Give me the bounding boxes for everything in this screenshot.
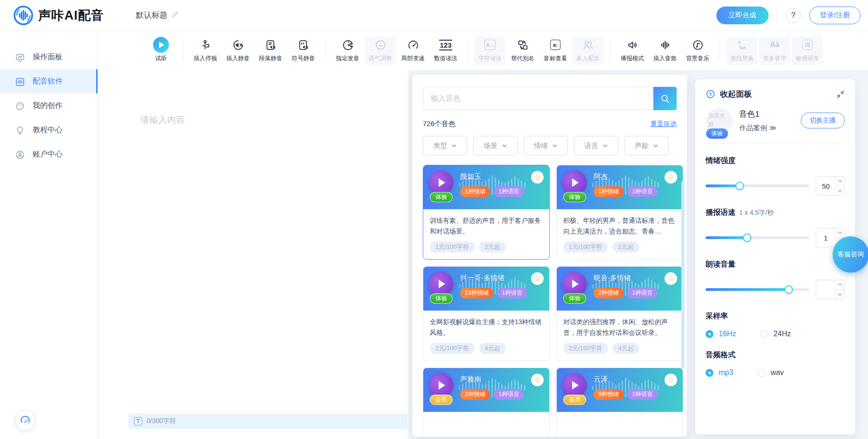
filter-select[interactable]: 语言: [574, 136, 618, 156]
favorite-star-icon[interactable]: ☆: [665, 374, 677, 386]
speech-rate-hint: 1 x 4.5字/秒: [739, 209, 774, 217]
voice-avatar-play[interactable]: [562, 272, 587, 296]
voice-card[interactable]: 体验 晓音-多情绪 2种情绪 1种语言 ☆ 对话类的强烈推荐，休闲、放松的声音，…: [556, 266, 683, 361]
price-tag: 1元/100字符: [430, 241, 475, 253]
radio-label: 16Hz: [719, 330, 736, 338]
logo-text: 声咔AI配音: [38, 7, 104, 24]
header-actions: 立即合成 ? 登录/注册: [716, 7, 861, 24]
sidebar-item-dashboard[interactable]: 操作面板: [0, 45, 98, 69]
customer-support-button[interactable]: 客服咨询: [833, 236, 868, 273]
filter-select[interactable]: 情绪: [524, 136, 568, 156]
volume-slider[interactable]: [706, 288, 809, 291]
sidebar-item-palette[interactable]: 我的创作: [0, 93, 98, 118]
voice-avatar-play[interactable]: [429, 373, 453, 397]
voice-name: 颜如玉: [460, 172, 481, 181]
favorite-star-icon[interactable]: ☆: [665, 171, 677, 184]
chevron-down-icon: [602, 143, 608, 149]
toolbar-phonetic[interactable]: a: 音标查看: [540, 36, 571, 65]
speed-slider-thumb[interactable]: [743, 234, 751, 242]
search-button[interactable]: [653, 87, 677, 110]
toolbar-item-label: 语气调整: [369, 55, 392, 63]
voice-description: [563, 418, 676, 437]
sidebar-item-bulb[interactable]: 教程中心: [0, 118, 98, 142]
toolbar-divider: [325, 40, 326, 61]
toolbar-insert-silence[interactable]: 插入静音: [223, 36, 253, 65]
volume-slider-thumb[interactable]: [784, 285, 793, 294]
voice-avatar-play[interactable]: [429, 272, 453, 296]
stepper-buttons[interactable]: [835, 177, 844, 195]
dashboard-gauge-icon[interactable]: [15, 410, 35, 431]
speed-slider[interactable]: [706, 236, 809, 239]
toolbar-multi-voice: 多人配音: [573, 36, 603, 65]
current-speaker-row: 加载失败 体验 音色1 作品案例 ≫ 切换主播: [706, 108, 845, 135]
voice-avatar-play[interactable]: [429, 170, 453, 195]
sidebar-item-account[interactable]: 账户中心: [0, 142, 98, 166]
toolbar-sound-effect[interactable]: 插入音效: [650, 36, 680, 65]
toolbar-broadcast[interactable]: 播报模式: [617, 36, 648, 65]
emotion-slider-thumb[interactable]: [735, 182, 744, 190]
toolbar-item-label: 音标查看: [544, 55, 567, 63]
toolbar-item-label: 数值读法: [434, 55, 457, 63]
voice-avatar-play[interactable]: [562, 170, 587, 195]
collapse-panel-label[interactable]: 收起面板: [720, 89, 752, 99]
voice-filters: 类型 场景 情绪 语言 声龄: [423, 136, 677, 156]
voice-search-input[interactable]: [423, 87, 653, 110]
emotion-slider[interactable]: [706, 184, 809, 187]
help-icon[interactable]: ?: [786, 8, 801, 23]
price-tag: 4元起: [479, 343, 506, 354]
voice-card[interactable]: 体验 阿杰 1种情绪 1种语言 ☆ 积极、年轻的男声，普通话标准，音色向上充满活…: [556, 165, 683, 260]
emotion-value-input[interactable]: 50: [816, 176, 845, 196]
text-editor[interactable]: 请输入内容 T 0/300字符: [98, 70, 408, 439]
collapse-arrows-icon[interactable]: [836, 90, 845, 99]
login-register-button[interactable]: 登录/注册: [809, 7, 861, 24]
switch-speaker-button[interactable]: 切换主播: [801, 113, 845, 128]
sample-rate-option-16Hz[interactable]: 16Hz: [706, 330, 736, 338]
toolbar-item-label: 字符读法: [478, 55, 502, 63]
voice-card[interactable]: 体验 抖一哥-多情绪 13种情绪 1种语言 ☆ 全网影视解说爆款主播；支持13种…: [423, 266, 550, 361]
audio-format-option-mp3[interactable]: mp3: [706, 368, 733, 377]
audio-format-option-wav[interactable]: wav: [757, 368, 784, 377]
toolbar-symbol-silence[interactable]: 符号静音: [288, 36, 319, 65]
voice-card[interactable]: 会员 云泽 8种情绪 1种语言 ☆: [556, 368, 683, 437]
stepper-buttons[interactable]: [835, 280, 844, 299]
voice-prices: 2元/100字符4元起: [563, 343, 676, 354]
favorite-star-icon[interactable]: ☆: [531, 171, 544, 184]
toolbar-play[interactable]: 试听: [146, 36, 176, 65]
voice-avatar-play[interactable]: [562, 373, 587, 397]
price-tag: 2元/100字符: [563, 343, 608, 354]
toolbar-item-label: 局部变速: [401, 55, 425, 63]
toolbar-speed[interactable]: 局部变速: [398, 36, 428, 65]
favorite-star-icon[interactable]: ☆: [531, 374, 544, 386]
emotion-tag: 1种情绪: [594, 186, 623, 197]
toolbar-bg-music[interactable]: 背景音乐: [682, 36, 713, 65]
filter-select[interactable]: 声龄: [624, 136, 669, 156]
filter-select[interactable]: 类型: [423, 136, 467, 156]
sample-rate-option-24Hz[interactable]: 24Hz: [760, 330, 791, 338]
synthesize-button[interactable]: 立即合成: [716, 7, 769, 24]
filter-select[interactable]: 场景: [473, 136, 518, 156]
favorite-star-icon[interactable]: ☆: [531, 272, 544, 285]
voice-card[interactable]: 体验 颜如玉 1种情绪 1种语言 ☆ 训练有素、舒适的声音，用于客户服务和对话场…: [423, 165, 550, 260]
works-link[interactable]: 作品案例 ≫: [739, 124, 777, 133]
sidebar-item-voice-app[interactable]: 配音软件: [0, 69, 98, 93]
voice-card-grid: 体验 颜如玉 1种情绪 1种语言 ☆ 训练有素、舒适的声音，用于客户服务和对话场…: [423, 165, 677, 437]
toolbar-paragraph-silence[interactable]: 段落静音: [255, 36, 286, 65]
voice-tags: 2种情绪 1种语言: [594, 288, 658, 298]
toolbar-pronounce[interactable]: 指定发音: [332, 36, 363, 65]
chevron-down-icon: [451, 143, 457, 149]
voice-list-scrollbar[interactable]: [681, 181, 685, 368]
favorite-star-icon[interactable]: ☆: [665, 272, 677, 285]
volume-value-input[interactable]: [816, 280, 845, 299]
toolbar-insert-pause[interactable]: 插入停顿: [190, 36, 221, 65]
speaker-badge: 体验: [706, 128, 728, 139]
toolbar-alias-swap[interactable]: 替代别名: [507, 36, 538, 65]
edit-title-icon[interactable]: [171, 10, 179, 21]
voice-card[interactable]: 会员 声雅南 2种情绪 1种语言 ☆: [423, 368, 550, 437]
voice-prices: 1元/100字符2元起: [563, 241, 676, 253]
audio-format-label: 音频格式: [706, 350, 845, 360]
reset-filters-link[interactable]: 重置筛选: [651, 120, 677, 128]
phonetic-icon: a:: [550, 40, 560, 50]
sidebar-nav: 操作面板 配音软件 我的创作 教程中心 账户中心: [0, 31, 98, 439]
toolbar-number-reading[interactable]: 123 数值读法: [430, 36, 461, 65]
language-tag: 1种语言: [627, 186, 657, 197]
